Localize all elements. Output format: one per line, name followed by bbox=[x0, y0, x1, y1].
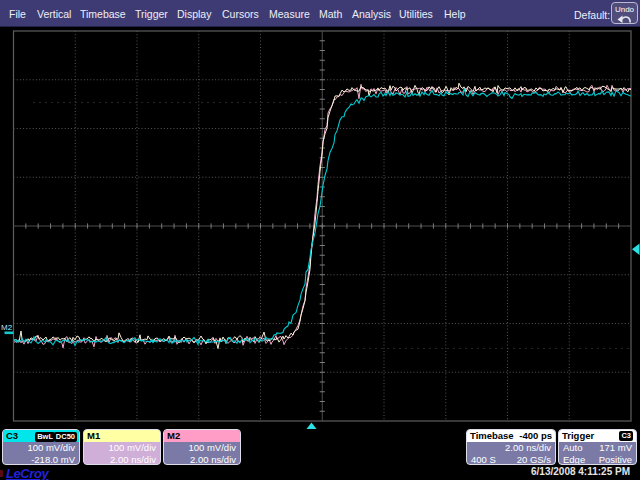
svg-text:M2: M2 bbox=[1, 323, 13, 332]
